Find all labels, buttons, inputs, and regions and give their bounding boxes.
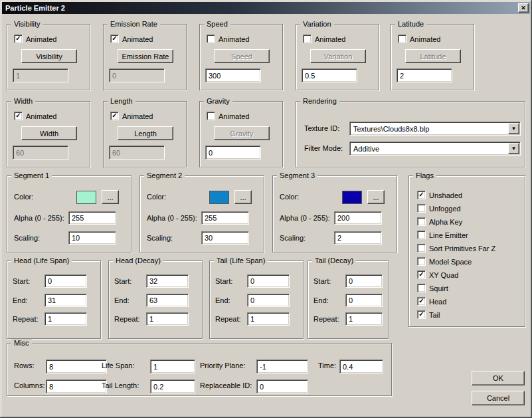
color-label: Color: <box>280 193 299 201</box>
checkbox-box <box>417 217 426 226</box>
variation-animated-checkbox[interactable]: Animated <box>303 35 345 43</box>
latitude-value-input[interactable] <box>397 68 452 82</box>
head-life-span-repeat-input[interactable] <box>44 312 87 326</box>
checkbox-label: Alpha Key <box>429 218 462 226</box>
segment-1-alpha-input[interactable] <box>68 211 116 225</box>
flag-squirt-checkbox[interactable]: Squirt <box>417 284 448 292</box>
priority-plane-label: Priority Plane: <box>200 362 245 369</box>
group-length: Length ✓ Animated Length <box>103 101 187 167</box>
checkbox-label: Unfogged <box>429 205 461 213</box>
speed-animation-button: Speed <box>214 49 270 63</box>
head-decay-end-input[interactable] <box>146 294 189 307</box>
segment-3-alpha-input[interactable] <box>334 211 382 225</box>
variation-value-input[interactable] <box>302 68 357 82</box>
alpha-label: Alpha (0 - 255): <box>280 214 330 222</box>
tail-decay-repeat-input[interactable] <box>345 312 383 326</box>
speed-animated-checkbox[interactable]: Animated <box>207 35 249 43</box>
visibility-animation-button[interactable]: Visibility <box>21 49 77 63</box>
tail-life-span-repeat-input[interactable] <box>247 312 290 326</box>
segment-1-color-picker-button[interactable]: ... <box>102 190 119 204</box>
close-button[interactable]: ✕ <box>518 3 529 13</box>
checkbox-label: Animated <box>26 35 56 43</box>
head-decay-repeat-input[interactable] <box>146 312 189 326</box>
checkbox-box: ✓ <box>417 191 426 199</box>
head-decay-start-input[interactable] <box>146 274 189 288</box>
scaling-label: Scaling: <box>280 234 306 242</box>
flag-tail-checkbox[interactable]: ✓ Tail <box>417 310 440 319</box>
gravity-animated-checkbox[interactable]: Animated <box>207 112 249 120</box>
tail-decay-end-input[interactable] <box>345 294 383 307</box>
checkbox-label: Animated <box>410 35 440 43</box>
tail-length-input[interactable] <box>150 379 195 393</box>
filter-dropdown-button[interactable]: ▼ <box>508 143 519 154</box>
flag-alpha-key-checkbox[interactable]: Alpha Key <box>417 217 462 226</box>
visibility-animated-checkbox[interactable]: ✓ Animated <box>14 35 56 43</box>
checkbox-box: ✓ <box>110 112 119 120</box>
start-label: Start: <box>114 277 132 285</box>
emission-rate-animated-checkbox[interactable]: ✓ Animated <box>110 35 153 43</box>
checkbox-box <box>417 257 426 266</box>
flag-unshaded-checkbox[interactable]: ✓ Unshaded <box>417 191 462 199</box>
flag-xy-quad-checkbox[interactable]: ✓ XY Quad <box>417 270 458 279</box>
color-label: Color: <box>14 193 33 201</box>
length-animated-checkbox[interactable]: ✓ Animated <box>110 112 153 120</box>
checkbox-label: XY Quad <box>429 271 458 279</box>
replaceable-id-input[interactable] <box>256 379 308 393</box>
group-title: Emission Rate <box>108 20 160 29</box>
emission-rate-animation-button[interactable]: Emission Rate <box>118 49 173 63</box>
checkbox-label: Animated <box>122 35 153 43</box>
group-speed: Speed Animated Speed <box>199 24 283 90</box>
checkbox-label: Sort Primitives Far Z <box>429 245 495 253</box>
priority-plane-input[interactable] <box>256 360 308 373</box>
segment-2-alpha-input[interactable] <box>201 211 249 225</box>
columns-input[interactable] <box>46 379 107 393</box>
segment-3-scaling-input[interactable] <box>334 231 382 245</box>
group-title: Head (Decay) <box>113 257 163 265</box>
filter-mode-label: Filter Mode: <box>304 144 343 152</box>
texture-dropdown-button[interactable]: ▼ <box>508 123 519 134</box>
segment-2-color-picker-button[interactable]: ... <box>234 190 252 204</box>
texture-id-select[interactable]: Textures\Clouds8x8.blp ▼ <box>349 122 521 136</box>
close-icon: ✕ <box>521 5 526 11</box>
flag-sort-primitives-far-z-checkbox[interactable]: Sort Primitives Far Z <box>417 244 495 253</box>
start-label: Start: <box>13 277 30 285</box>
group-head-life-span: Head (Life Span) Start: End: Repeat: <box>7 261 101 339</box>
texture-id-label: Texture ID: <box>304 124 339 132</box>
latitude-animated-checkbox[interactable]: Animated <box>398 35 440 43</box>
segment-3-color-picker-button[interactable]: ... <box>367 190 385 204</box>
width-animated-checkbox[interactable]: ✓ Animated <box>14 112 56 120</box>
cancel-button[interactable]: Cancel <box>472 391 525 405</box>
tail-life-span-end-input[interactable] <box>247 294 290 307</box>
life-span-input[interactable] <box>150 360 195 373</box>
segment-1-scaling-input[interactable] <box>68 231 116 245</box>
check-icon: ✓ <box>15 112 21 119</box>
group-segment-2: Segment 2 Color: ... Alpha (0 - 255): Sc… <box>139 175 264 253</box>
width-animation-button[interactable]: Width <box>21 126 77 140</box>
time-input[interactable] <box>339 360 383 373</box>
length-animation-button[interactable]: Length <box>118 126 173 140</box>
flag-head-checkbox[interactable]: ✓ Head <box>417 297 446 306</box>
rows-input[interactable] <box>46 360 107 373</box>
ok-button[interactable]: OK <box>472 371 525 385</box>
checkbox-label: Model Space <box>429 258 472 266</box>
checkbox-box: ✓ <box>417 270 426 279</box>
tail-decay-start-input[interactable] <box>345 274 383 288</box>
check-icon: ✓ <box>418 191 424 198</box>
checkbox-label: Animated <box>219 35 249 43</box>
flag-model-space-checkbox[interactable]: Model Space <box>417 257 472 266</box>
speed-value-input[interactable] <box>205 68 261 82</box>
end-label: End: <box>313 296 329 304</box>
head-life-span-end-input[interactable] <box>44 294 87 307</box>
group-title: Segment 1 <box>11 171 52 180</box>
tail-life-span-start-input[interactable] <box>247 274 290 288</box>
group-title: Visibility <box>11 20 43 29</box>
segment-2-scaling-input[interactable] <box>201 231 249 245</box>
gravity-value-input[interactable] <box>205 146 261 159</box>
title-bar: Particle Emitter 2 ✕ <box>2 2 530 14</box>
flag-line-emitter-checkbox[interactable]: Line Emitter <box>417 231 468 239</box>
group-flags: Flags ✓ Unshaded Unfogged Alpha Key Line… <box>408 175 525 327</box>
flag-unfogged-checkbox[interactable]: Unfogged <box>417 204 461 213</box>
filter-mode-select[interactable]: Additive ▼ <box>349 142 521 156</box>
group-variation: Variation Animated Variation <box>296 24 379 90</box>
head-life-span-start-input[interactable] <box>44 274 87 288</box>
